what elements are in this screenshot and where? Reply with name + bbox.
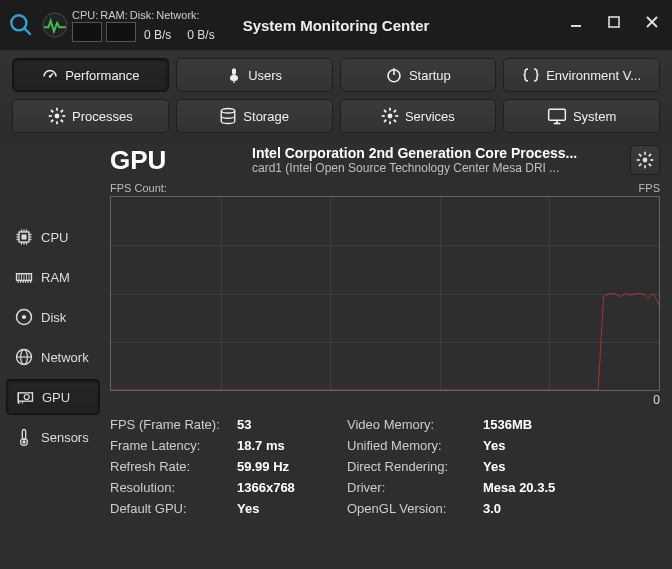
svg-point-75 [643,158,648,163]
gpu-icon [15,387,35,407]
svg-rect-4 [609,17,619,27]
tab-storage[interactable]: Storage [176,99,333,133]
fps-chart [110,196,660,391]
top-toolbar: PerformanceUsersStartupEnvironment V... … [0,50,672,139]
svg-line-19 [51,110,53,112]
stat-value: 3.0 [483,501,660,516]
stat-value: 59.99 Hz [237,459,347,474]
tab-services[interactable]: Services [340,99,497,133]
sidebar-item-gpu[interactable]: GPU [6,379,100,415]
sidebar-item-disk[interactable]: Disk [6,299,100,335]
svg-rect-37 [22,235,27,240]
chart-right-label: FPS [639,182,660,194]
svg-line-81 [649,164,651,166]
svg-point-0 [11,15,26,30]
sensors-icon [14,427,34,447]
stat-label: Refresh Rate: [110,459,237,474]
stat-label: Default GPU: [110,501,237,516]
stat-value: 18.7 ms [237,438,347,453]
chart-settings-button[interactable] [630,145,660,175]
sidebar-item-sensors[interactable]: Sensors [6,419,100,455]
svg-line-29 [384,110,386,112]
tab-system[interactable]: System [503,99,660,133]
stat-value: 53 [237,417,347,432]
sidebar-item-network[interactable]: Network [6,339,100,375]
svg-rect-72 [22,430,25,440]
svg-rect-33 [549,109,566,120]
svg-point-2 [43,13,67,37]
stat-value: Yes [483,459,660,474]
stat-label: Video Memory: [347,417,483,432]
tab-users[interactable]: Users [176,58,333,92]
page-title: GPU [110,145,244,176]
chart-left-label: FPS Count: [110,182,167,194]
svg-line-20 [61,120,63,122]
chart-zero-label: 0 [110,393,660,407]
tab-startup[interactable]: Startup [340,58,497,92]
disk-icon [14,307,34,327]
svg-line-83 [649,154,651,156]
svg-line-31 [384,120,386,122]
svg-line-82 [639,164,641,166]
svg-point-24 [388,114,393,119]
close-button[interactable] [640,10,664,34]
ram-icon [14,267,34,287]
svg-rect-9 [232,68,236,75]
panel-disk-rate: 0 B/s [144,28,171,42]
svg-point-68 [24,395,29,400]
stat-label: OpenGL Version: [347,501,483,516]
maximize-button[interactable] [602,10,626,34]
sidebar-item-cpu[interactable]: CPU [6,219,100,255]
svg-line-22 [61,110,63,112]
stat-label: Resolution: [110,480,237,495]
panel-net-rate: 0 B/s [187,28,214,42]
gpu-device-sub: card1 (Intel Open Source Technology Cent… [252,161,622,175]
stat-label: Direct Rendering: [347,459,483,474]
stat-value: 1536MB [483,417,660,432]
panel-labels: CPU: RAM: Disk: Network: [72,9,215,21]
stat-label: Driver: [347,480,483,495]
stat-label: Unified Memory: [347,438,483,453]
stat-value: Yes [483,438,660,453]
svg-rect-67 [18,393,32,401]
stat-label: FPS (Frame Rate): [110,417,237,432]
stat-value: 1366x768 [237,480,347,495]
stat-value: Mesa 20.3.5 [483,480,660,495]
stat-value: Yes [237,501,347,516]
gpu-device-name: Intel Corporation 2nd Generation Core Pr… [252,145,622,161]
svg-line-21 [51,120,53,122]
perf-sidebar: CPURAMDiskNetworkGPUSensors [0,139,104,568]
svg-rect-10 [230,75,238,81]
svg-point-14 [55,114,60,119]
svg-line-80 [639,154,641,156]
panel-ram-graph [106,22,136,42]
network-icon [14,347,34,367]
svg-line-32 [394,110,396,112]
monitor-applet-icon[interactable] [42,12,68,38]
svg-point-8 [49,75,51,77]
stat-label: Frame Latency: [110,438,237,453]
sidebar-item-ram[interactable]: RAM [6,259,100,295]
svg-point-74 [22,440,25,443]
tab-env[interactable]: Environment V... [503,58,660,92]
svg-point-63 [22,315,26,319]
tab-performance[interactable]: Performance [12,58,169,92]
gpu-stats: FPS (Frame Rate):53Video Memory:1536MBFr… [110,417,660,516]
svg-point-23 [222,109,236,114]
cpu-icon [14,227,34,247]
svg-line-1 [24,28,31,35]
search-icon[interactable] [4,8,38,42]
tab-processes[interactable]: Processes [12,99,169,133]
svg-line-30 [394,120,396,122]
panel-cpu-graph [72,22,102,42]
minimize-button[interactable] [564,10,588,34]
